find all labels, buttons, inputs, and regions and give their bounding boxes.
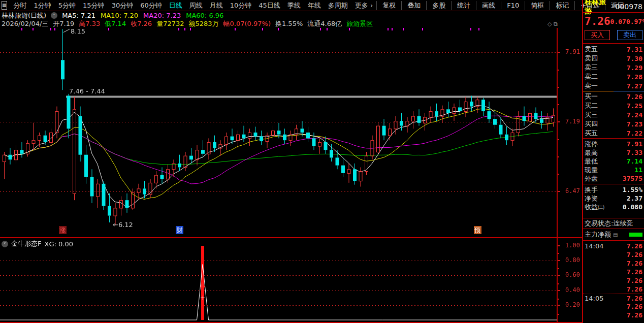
- buy-level-row[interactable]: 买三7.24: [583, 110, 644, 119]
- axis-tick: [558, 260, 560, 261]
- level-label: 卖五: [585, 45, 598, 54]
- stat-row: 换手1.55%: [583, 185, 644, 194]
- ma-value: MA10: 7.20: [101, 12, 138, 19]
- buy-level-row[interactable]: 买二7.25: [583, 101, 644, 110]
- tick-row: 7.26: [583, 259, 644, 268]
- period-item[interactable]: 日线: [169, 1, 182, 10]
- axis-tick: [558, 191, 560, 192]
- axis-tick: [558, 245, 560, 246]
- stat-label: 换手: [585, 185, 598, 195]
- diamond-icon[interactable]: ◇: [548, 21, 552, 27]
- tick-price: 7.26: [627, 311, 642, 319]
- level-price: 7.23: [627, 120, 642, 128]
- ma-values: MA5: 7.21MA10: 7.20MA20: 7.23MA60: 6.96: [62, 12, 229, 19]
- ohlc-item: 高7.33: [79, 19, 100, 28]
- ma-value: MA60: 6.96: [186, 12, 223, 19]
- stat-value: 1.55%: [623, 186, 642, 193]
- period-item[interactable]: 月线: [210, 1, 223, 10]
- period-item[interactable]: 1分钟: [34, 1, 51, 10]
- tool-item[interactable]: 简框: [525, 1, 550, 10]
- stat-label: 最低: [585, 157, 598, 166]
- tick-price: 7.26: [627, 268, 642, 276]
- ma-dropdown-icon[interactable]: ᵛ: [51, 12, 57, 19]
- buy-button[interactable]: 买入: [585, 30, 610, 40]
- period-item[interactable]: 更多 ›: [355, 1, 373, 10]
- detail-list-icon[interactable]: ▤: [613, 232, 618, 238]
- period-item[interactable]: 分时: [14, 1, 27, 10]
- tool-item[interactable]: 复权: [376, 1, 401, 10]
- level-label: 买三: [585, 110, 598, 119]
- stat-label: 涨停: [585, 140, 598, 149]
- tool-item[interactable]: 叠加: [401, 1, 426, 10]
- level-label: 卖三: [585, 63, 598, 72]
- divider: [583, 138, 644, 139]
- tick-row: 14:057.26: [583, 294, 644, 302]
- stat-row: 涨停7.91: [583, 140, 644, 148]
- level-label: 买二: [585, 101, 598, 110]
- panel-divider[interactable]: [0, 237, 582, 238]
- tool-item[interactable]: 画线: [476, 1, 501, 10]
- announcement-marker[interactable]: 预: [474, 226, 481, 234]
- ohlc-item: 额5283万: [188, 19, 218, 28]
- level-price: 7.28: [627, 73, 642, 81]
- tool-item[interactable]: 多股: [426, 1, 451, 10]
- tool-item[interactable]: F10: [501, 2, 525, 9]
- main-net-label[interactable]: 主力净额: [585, 230, 611, 239]
- buy-level-row[interactable]: 买一7.26: [583, 92, 644, 101]
- tick-time: 14:05: [585, 295, 603, 302]
- tool-item[interactable]: 统计: [451, 1, 476, 10]
- ohlc-item: 幅0.07(0.97%): [223, 19, 271, 28]
- collapse-icon[interactable]: ᵛ: [2, 241, 8, 247]
- period-item[interactable]: 多周期: [328, 1, 348, 10]
- indicator-name[interactable]: 金牛形态F: [11, 239, 41, 248]
- stat-value: 37575: [623, 175, 642, 182]
- indicator-axis-label: 0.80: [559, 256, 580, 264]
- period-item[interactable]: 年线: [308, 1, 321, 10]
- sell-level-row[interactable]: 卖五7.31: [583, 45, 644, 54]
- level-price: 7.25: [627, 102, 642, 110]
- period-item[interactable]: 60分钟: [140, 1, 162, 10]
- announcement-marker[interactable]: 涨: [59, 226, 67, 234]
- buy-level-row[interactable]: 买五7.22: [583, 128, 644, 138]
- period-item[interactable]: 周线: [189, 1, 203, 10]
- period-item[interactable]: 10分钟: [230, 1, 252, 10]
- main-axis-label: 7.19: [559, 118, 580, 125]
- level-label: 卖四: [585, 54, 598, 63]
- tick-price: 7.26: [627, 251, 642, 259]
- buy-level-row[interactable]: 买四7.23: [583, 119, 644, 128]
- axis-tick: [558, 174, 559, 175]
- period-item[interactable]: 15分钟: [83, 1, 105, 10]
- period-item[interactable]: 5分钟: [58, 1, 76, 10]
- level-label: 买四: [585, 119, 598, 128]
- period-item[interactable]: 季线: [287, 1, 301, 10]
- ohlc-item: 换1.55%: [275, 19, 303, 28]
- stat-value: 2.37: [627, 195, 642, 202]
- maximize-icon[interactable]: ⧉: [554, 21, 558, 27]
- stat-row: 现量11: [583, 166, 644, 174]
- sell-button[interactable]: 卖出: [617, 30, 642, 40]
- stock-name[interactable]: 桂林旅游: [585, 0, 613, 16]
- app-window-icon[interactable]: ▦: [2, 1, 7, 10]
- indicator-chart[interactable]: [0, 239, 557, 322]
- main-candlestick-chart[interactable]: [0, 28, 557, 237]
- divider: [583, 43, 644, 44]
- tool-item[interactable]: 标记: [550, 1, 574, 10]
- main-axis-label: 6.47: [559, 187, 580, 195]
- ohlc-info-line: 2026/02/04/三开7.19高7.33低7.14收7.26量72732额5…: [2, 20, 373, 27]
- ohlc-item: 收7.26: [131, 19, 152, 28]
- stat-row: 净资2.37: [583, 194, 644, 203]
- axis-tick: [558, 156, 559, 157]
- stat-label: 现量: [585, 166, 598, 175]
- period-item[interactable]: 30分钟: [112, 1, 134, 10]
- low-price-label: ←6.12: [113, 221, 133, 229]
- tick-price: 7.26: [627, 285, 642, 293]
- sell-level-row[interactable]: 卖二7.28: [583, 72, 644, 81]
- announcement-marker[interactable]: 财: [176, 226, 183, 234]
- level-price: 7.22: [627, 130, 642, 137]
- period-menu: 分时1分钟5分钟15分钟30分钟60分钟日线周线月线10分钟45日线季线年线多周…: [10, 1, 377, 10]
- price-change: 0.07: [610, 18, 626, 25]
- sell-level-row[interactable]: 卖四7.30: [583, 54, 644, 63]
- period-item[interactable]: 45日线: [259, 1, 280, 10]
- sell-level-row[interactable]: 卖三7.29: [583, 63, 644, 72]
- sell-level-row[interactable]: 卖一7.27: [583, 81, 644, 90]
